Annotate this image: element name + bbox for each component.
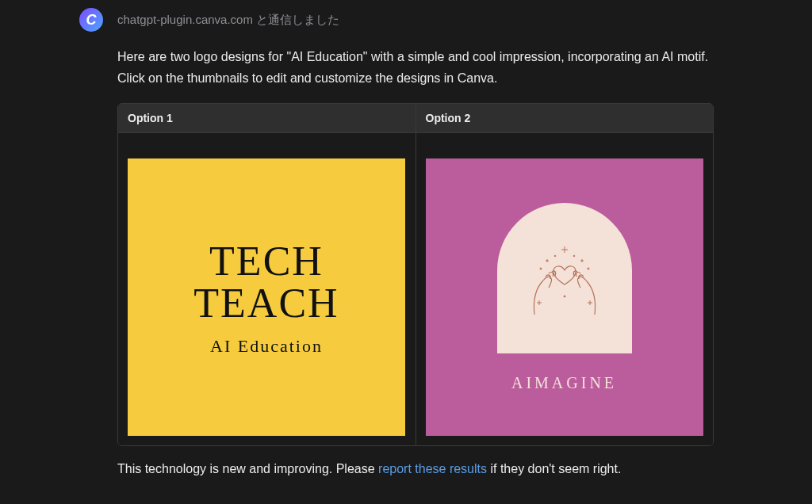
option1-title-line2: TEACH <box>193 280 339 326</box>
svg-point-3 <box>573 255 575 257</box>
footer-suffix: if they don't seem right. <box>487 462 621 475</box>
footer-paragraph: This technology is new and improving. Pl… <box>117 462 733 476</box>
plugin-status-text: chatgpt-plugin.canva.com と通信しました <box>117 13 339 28</box>
chat-message: C chatgpt-plugin.canva.com と通信しました Here … <box>0 0 812 492</box>
cell-option2: AIMAGINE <box>416 132 714 445</box>
message-header: C chatgpt-plugin.canva.com と通信しました <box>79 8 733 32</box>
column-header-option1: Option 1 <box>118 104 416 132</box>
svg-point-1 <box>588 268 589 269</box>
thumbnail-option2[interactable]: AIMAGINE <box>426 158 703 436</box>
canva-avatar-icon: C <box>79 8 103 32</box>
table-row: TECH TEACH AI Education <box>118 132 713 445</box>
cell-option1: TECH TEACH AI Education <box>118 132 416 445</box>
column-header-option2: Option 2 <box>416 104 714 132</box>
svg-point-4 <box>564 296 565 297</box>
thumbnail-option1[interactable]: TECH TEACH AI Education <box>128 158 405 436</box>
options-table: Option 1 Option 2 TECH TEACH AI Educatio… <box>117 103 714 446</box>
svg-point-2 <box>554 255 556 257</box>
report-results-link[interactable]: report these results <box>378 462 487 475</box>
option1-subtitle: AI Education <box>210 336 323 357</box>
avatar-letter: C <box>86 12 97 29</box>
hands-heart-icon <box>509 221 620 335</box>
option1-title-line1: TECH <box>209 238 324 284</box>
intro-paragraph: Here are two logo designs for "AI Educat… <box>117 46 733 89</box>
message-body: Here are two logo designs for "AI Educat… <box>117 46 733 476</box>
footer-prefix: This technology is new and improving. Pl… <box>117 462 378 475</box>
option2-label: AIMAGINE <box>511 374 617 392</box>
arch-shape-icon <box>497 203 632 353</box>
svg-point-0 <box>540 268 542 269</box>
